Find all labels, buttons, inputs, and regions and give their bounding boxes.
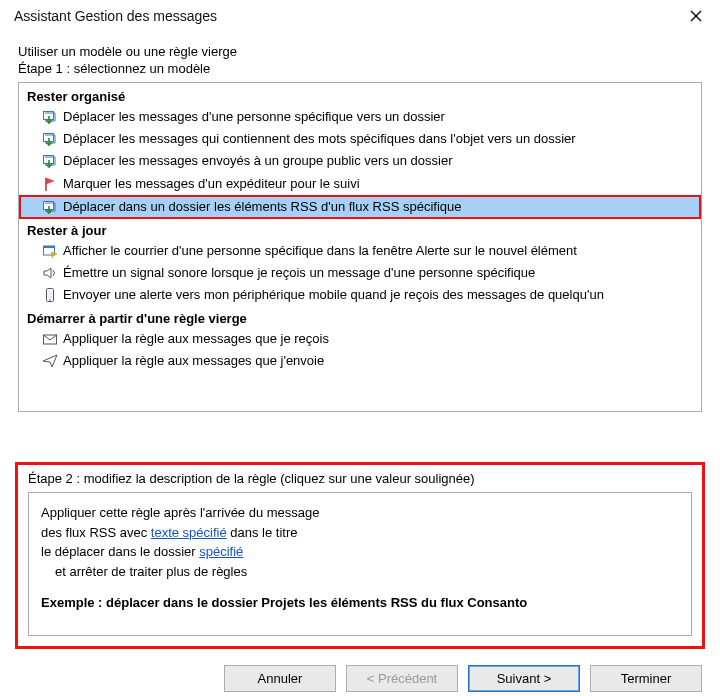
rule-move-with-words[interactable]: Déplacer les messages qui contiennent de…: [27, 128, 693, 150]
rule-label: Appliquer la règle aux messages que je r…: [63, 330, 329, 348]
step1-label: Étape 1 : sélectionnez un modèle: [18, 61, 702, 76]
rule-label: Afficher le courrier d'une personne spéc…: [63, 242, 577, 260]
rule-move-group[interactable]: Déplacer les messages envoyés à un group…: [27, 150, 693, 172]
desc-line-2: des flux RSS avec texte spécifié dans le…: [41, 523, 679, 543]
rule-label: Déplacer les messages envoyés à un group…: [63, 152, 453, 170]
use-template-label: Utiliser un modèle ou une règle vierge: [18, 44, 702, 59]
step2-label: Étape 2 : modifiez la description de la …: [28, 471, 692, 486]
rule-label: Émettre un signal sonore lorsque je reço…: [63, 264, 535, 282]
link-specified-folder[interactable]: spécifié: [199, 544, 243, 559]
window-title: Assistant Gestion des messages: [14, 8, 217, 24]
close-icon: [690, 10, 702, 22]
move-to-folder-icon: [39, 153, 61, 169]
group-stay-updated: Rester à jour: [27, 223, 693, 238]
mobile-icon: [39, 287, 61, 303]
group-stay-organized: Rester organisé: [27, 89, 693, 104]
move-to-folder-icon: [39, 109, 61, 125]
move-to-folder-icon: [39, 199, 61, 215]
rule-move-rss[interactable]: Déplacer dans un dossier les éléments RS…: [27, 195, 693, 219]
dialog-buttons: Annuler < Précédent Suivant > Terminer: [0, 649, 720, 692]
rule-play-sound[interactable]: Émettre un signal sonore lorsque je reço…: [27, 262, 693, 284]
link-specified-text[interactable]: texte spécifié: [151, 525, 227, 540]
cancel-button[interactable]: Annuler: [224, 665, 336, 692]
send-icon: [39, 353, 61, 369]
desc-text: des flux RSS avec: [41, 525, 151, 540]
rule-apply-received[interactable]: Appliquer la règle aux messages que je r…: [27, 328, 693, 350]
desc-text: le déplacer dans le dossier: [41, 544, 199, 559]
close-button[interactable]: [682, 6, 710, 26]
group-blank-rule: Démarrer à partir d'une règle vierge: [27, 311, 693, 326]
rule-label: Déplacer les messages d'une personne spé…: [63, 108, 445, 126]
flag-icon: [39, 176, 61, 192]
example-text: Exemple : déplacer dans le dossier Proje…: [41, 595, 679, 610]
alert-window-icon: [39, 243, 61, 259]
rule-alert-window[interactable]: Afficher le courrier d'une personne spéc…: [27, 240, 693, 262]
move-to-folder-icon: [39, 131, 61, 147]
rule-label: Appliquer la règle aux messages que j'en…: [63, 352, 324, 370]
svg-point-11: [49, 300, 51, 302]
rule-description-panel: Appliquer cette règle après l'arrivée du…: [28, 492, 692, 636]
step2-highlight: Étape 2 : modifiez la description de la …: [15, 462, 705, 649]
envelope-icon: [39, 331, 61, 347]
speaker-icon: [39, 265, 61, 281]
rule-move-from-person[interactable]: Déplacer les messages d'une personne spé…: [27, 106, 693, 128]
previous-button: < Précédent: [346, 665, 458, 692]
svg-rect-10: [48, 290, 53, 299]
rule-label: Déplacer les messages qui contiennent de…: [63, 130, 576, 148]
desc-line-4: et arrêter de traiter plus de règles: [41, 562, 679, 582]
desc-line-3: le déplacer dans le dossier spécifié: [41, 542, 679, 562]
rule-label: Marquer les messages d'un expéditeur pou…: [63, 175, 360, 193]
desc-line-1: Appliquer cette règle après l'arrivée du…: [41, 503, 679, 523]
svg-rect-7: [44, 246, 55, 248]
rule-flag-sender[interactable]: Marquer les messages d'un expéditeur pou…: [27, 173, 693, 195]
next-button[interactable]: Suivant >: [468, 665, 580, 692]
template-list-panel: Rester organisé Déplacer les messages d'…: [18, 82, 702, 412]
rule-label: Envoyer une alerte vers mon périphérique…: [63, 286, 604, 304]
svg-marker-8: [51, 252, 57, 258]
desc-text: dans le titre: [227, 525, 298, 540]
rule-label: Déplacer dans un dossier les éléments RS…: [63, 198, 461, 216]
title-bar: Assistant Gestion des messages: [0, 0, 720, 32]
rule-apply-sent[interactable]: Appliquer la règle aux messages que j'en…: [27, 350, 693, 372]
finish-button[interactable]: Terminer: [590, 665, 702, 692]
rule-mobile-alert[interactable]: Envoyer une alerte vers mon périphérique…: [27, 284, 693, 306]
